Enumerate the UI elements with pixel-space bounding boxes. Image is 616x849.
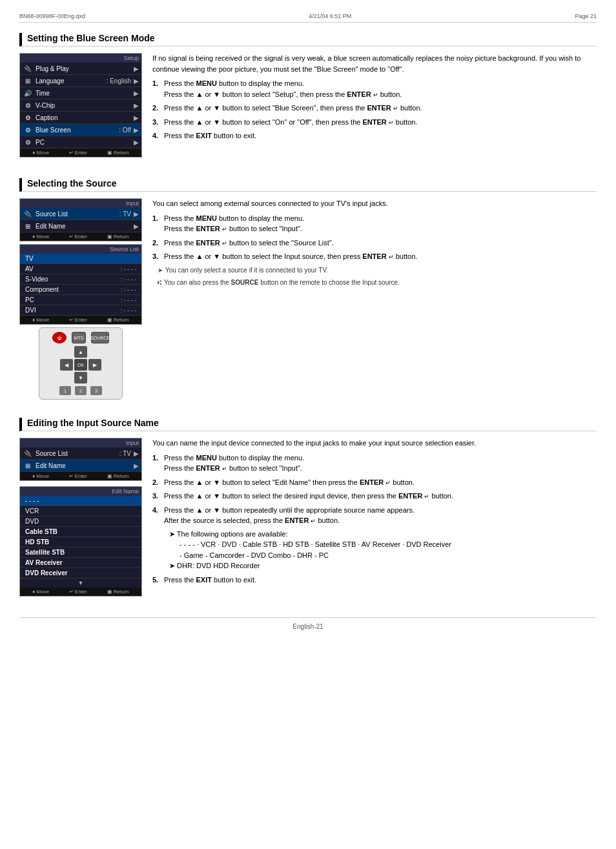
tv-menu-header-edit: Input — [20, 438, 141, 447]
step-5-edit: 5. Press the EXIT button to exit. — [152, 575, 597, 586]
instructions-edit: You can name the input device connected … — [152, 438, 597, 599]
page-footer: English-21 — [19, 617, 597, 630]
section-title-edit-source: Editing the Input Source Name — [19, 418, 597, 431]
step-3-blue-screen: 3. Press the ▲ or ▼ button to select "On… — [152, 117, 597, 128]
edit-name-label-top: Edit Name — [36, 223, 134, 230]
edit-name-item-avreceiver: AV Receiver — [20, 558, 141, 568]
step-2-edit: 2. Press the ▲ or ▼ button to select "Ed… — [152, 477, 597, 488]
page-header: BN68-00998F-00Eng.qxd 4/21/04 6:51 PM Pa… — [19, 13, 597, 23]
tv-menu-header-source: Input — [20, 199, 141, 208]
intro-edit: You can name the input device connected … — [152, 438, 597, 449]
source-item-dvi: DVI : - - - - — [20, 305, 141, 316]
source-item-tv: TV — [20, 254, 141, 264]
vchip-label: V-Chip — [36, 102, 134, 109]
plug-play-label: Plug & Play — [36, 65, 134, 72]
caption-label: Caption — [36, 114, 134, 121]
edit-name-icon-top: ⊞ — [23, 221, 33, 230]
edit-name-popup: Edit Name - - - - VCR DVD Cable STB HD S… — [19, 486, 142, 597]
edit-name-item-blank: - - - - — [20, 496, 141, 506]
remote-enter-btn: OK — [74, 359, 87, 371]
edit-name-item-vcr: VCR — [20, 506, 141, 517]
language-icon: ⊞ — [23, 76, 33, 85]
menu-row-caption: ⚙ Caption ▶ — [20, 112, 141, 124]
tv-menu-area-blue-screen: Setup 🔌 Plug & Play ▶ ⊞ Language : Engli… — [19, 53, 142, 160]
tv-menu-blue-screen: Setup 🔌 Plug & Play ▶ ⊞ Language : Engli… — [19, 53, 142, 158]
header-date: 4/21/04 6:51 PM — [309, 13, 351, 19]
caption-icon: ⚙ — [23, 113, 33, 122]
header-filename: BN68-00998F-00Eng.qxd — [19, 13, 85, 19]
time-icon: 🔊 — [23, 88, 33, 97]
blue-screen-label: Blue Screen — [36, 127, 119, 134]
remote-num2-btn: 2 — [75, 386, 87, 395]
remote-num3-btn: 3 — [90, 386, 102, 395]
footer-text: English-21 — [293, 623, 323, 630]
remote-right-btn: ▶ — [88, 359, 101, 371]
remote-down-btn: ▼ — [74, 372, 87, 384]
menu-row-blue-screen: ⚙ Blue Screen : Off ▶ — [20, 124, 141, 136]
source-list-icon: 🔌 — [23, 209, 33, 218]
subnote-3: - Game - Camcorder - DVD Combo - DHR - P… — [169, 550, 597, 561]
menu-row-pc: ⚙ PC ▶ — [20, 136, 141, 148]
section-title-blue-screen: Setting the Blue Screen Mode — [19, 33, 597, 46]
remote-num1-btn: 1 — [59, 386, 71, 395]
intro-blue-screen: If no signal is being received or the si… — [152, 53, 597, 74]
menu-row-source-list-edit: 🔌 Source List : TV ▶ — [20, 447, 141, 460]
language-label: Language — [36, 77, 107, 85]
vchip-icon: ⚙ — [23, 101, 33, 110]
time-label: Time — [36, 90, 134, 97]
menu-row-edit-name: ⊞ Edit Name ▶ — [20, 460, 141, 472]
section-edit-source: Editing the Input Source Name Input 🔌 So… — [19, 418, 597, 599]
source-list-label-edit: Source List — [36, 450, 119, 457]
pc-label: PC — [36, 139, 134, 146]
source-list-label: Source List — [36, 210, 119, 218]
source-list-footer: ♦ Move ↵ Enter ▣ Return — [20, 316, 141, 324]
source-list-popup-header: Source List — [20, 245, 141, 254]
section-title-select-source: Selecting the Source — [19, 178, 597, 192]
step-1-source: 1. Press the MENU button to display the … — [152, 213, 597, 234]
remote-source-btn: SOURCE — [91, 332, 109, 343]
remote-illustration: ⏻ MTS SOURCE ▲ ◀ OK ▶ ▼ — [19, 327, 142, 400]
remote-left-btn: ◀ — [60, 359, 73, 371]
step-2-source: 2. Press the ENTER ↵ button to select th… — [152, 238, 597, 249]
tv-menu-footer-source-top: ♦ Move ↵ Enter ▣ Return — [20, 232, 141, 241]
tv-menu-source-top: Input 🔌 Source List : TV ▶ ⊞ Edit Name ▶… — [19, 198, 142, 241]
edit-name-item-dvdreceiver: DVD Receiver — [20, 568, 141, 578]
edit-name-popup-header: Edit Name — [20, 487, 141, 496]
menu-row-vchip: ⚙ V-Chip ▶ — [20, 99, 141, 112]
edit-name-item-dvd: DVD — [20, 517, 141, 527]
plug-play-icon: 🔌 — [23, 64, 33, 73]
step-4-edit: 4. Press the ▲ or ▼ button repeatedly un… — [152, 505, 597, 571]
menu-row-edit-name-top: ⊞ Edit Name ▶ — [20, 220, 141, 232]
menu-row-source-list: 🔌 Source List : TV ▶ — [20, 208, 141, 220]
subnote-4: ➤ DHR: DVD HDD Recorder — [169, 560, 597, 571]
subnote-1: ➤ The following options are available: — [169, 529, 597, 540]
remote-mts-btn: MTS — [72, 332, 86, 343]
edit-name-item-cable: Cable STB — [20, 527, 141, 537]
edit-name-label: Edit Name — [36, 462, 134, 469]
edit-name-item-satellite: Satellite STB — [20, 547, 141, 558]
instructions-blue-screen: If no signal is being received or the si… — [152, 53, 597, 160]
step-3-edit: 3. Press the ▲ or ▼ button to select the… — [152, 491, 597, 502]
step-1-blue-screen: 1. Press the MENU button to display the … — [152, 78, 597, 99]
blue-screen-icon: ⚙ — [23, 125, 33, 134]
remote-up-btn: ▲ — [74, 346, 87, 358]
menu-row-language: ⊞ Language : English ▶ — [20, 75, 141, 87]
source-item-pc: PC : - - - - — [20, 295, 141, 305]
edit-name-icon: ⊞ — [23, 461, 33, 470]
pc-icon: ⚙ — [23, 138, 33, 147]
source-list-popup: Source List TV AV : - - - - S-Video : - … — [19, 244, 142, 325]
subnote-2: - - - - · VCR · DVD · Cable STB · HD STB… — [169, 539, 597, 550]
note-2-source: ⑆ You can also press the SOURCE button o… — [152, 278, 597, 287]
menu-row-time: 🔊 Time ▶ — [20, 87, 141, 99]
edit-name-popup-footer: ♦ Move ↵ Enter ▣ Return — [20, 588, 141, 596]
source-item-av: AV : - - - - — [20, 264, 141, 274]
tv-menu-footer-edit-top: ♦ Move ↵ Enter ▣ Return — [20, 472, 141, 480]
step-2-blue-screen: 2. Press the ▲ or ▼ button to select "Bl… — [152, 103, 597, 114]
intro-source: You can select among external sources co… — [152, 198, 597, 209]
header-page: Page 21 — [575, 13, 597, 19]
source-item-svideo: S-Video : - - - - — [20, 274, 141, 285]
tv-menu-header-blue-screen: Setup — [20, 54, 141, 63]
tv-menu-area-edit: Input 🔌 Source List : TV ▶ ⊞ Edit Name ▶… — [19, 438, 142, 599]
section-blue-screen: Setting the Blue Screen Mode Setup 🔌 Plu… — [19, 33, 597, 160]
section-select-source: Selecting the Source Input 🔌 Source List… — [19, 178, 597, 400]
